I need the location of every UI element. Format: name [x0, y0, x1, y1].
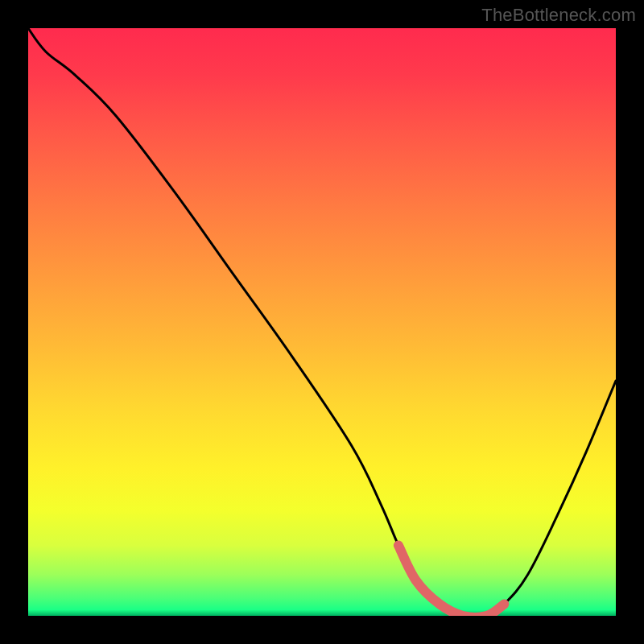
chart-svg — [28, 28, 616, 616]
bottleneck-curve-path — [28, 28, 616, 616]
chart-plot-area — [28, 28, 616, 616]
chart-frame: TheBottleneck.com — [0, 0, 644, 644]
watermark-text: TheBottleneck.com — [481, 5, 636, 26]
optimal-range-path — [398, 545, 504, 616]
